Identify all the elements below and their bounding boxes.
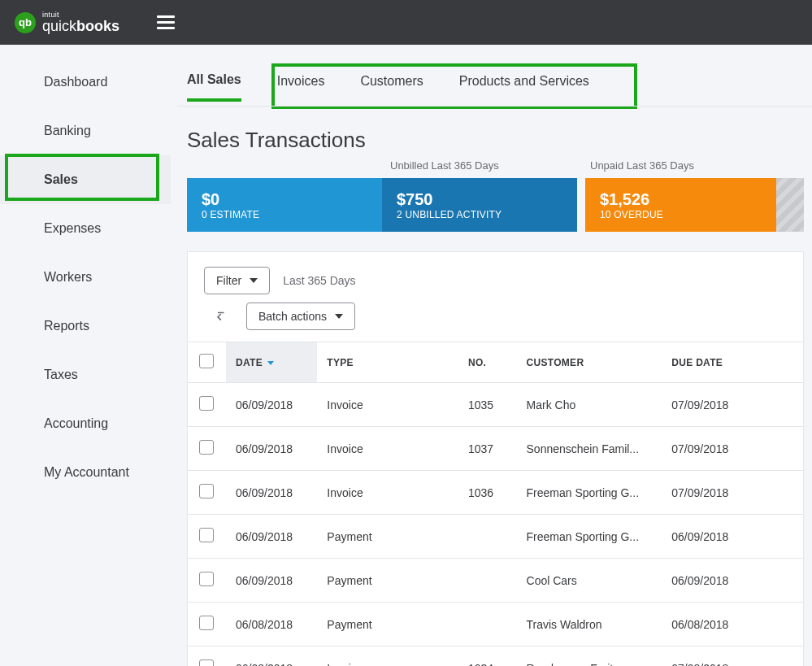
cell-type: Invoice	[317, 646, 458, 667]
status-unbilled-sub: 2 UNBILLED ACTIVITY	[397, 209, 562, 220]
brand-text: intuit quickbooks	[42, 11, 119, 33]
status-block-overdue[interactable]: $1,526 10 OVERDUE	[585, 178, 776, 232]
toolbar-secondary: Batch actions	[188, 299, 803, 342]
cell-type: Payment	[317, 515, 458, 559]
sidebar-item-dashboard[interactable]: Dashboard	[0, 58, 171, 107]
sidebar-item-workers[interactable]: Workers	[0, 253, 171, 302]
cell-customer: Travis Waldron	[517, 603, 662, 646]
cell-select	[188, 559, 226, 603]
sidebar-item-accounting[interactable]: Accounting	[0, 399, 171, 448]
table-row[interactable]: 06/09/2018PaymentCool Cars06/09/2018	[188, 559, 803, 603]
filter-button[interactable]: Filter	[204, 267, 270, 294]
cell-due-date: 07/08/2018	[662, 646, 803, 667]
chevron-down-icon	[335, 314, 343, 319]
page-title: Sales Transactions	[187, 128, 804, 153]
cell-no	[458, 603, 517, 646]
tab-customers[interactable]: Customers	[360, 66, 423, 100]
cell-type: Invoice	[317, 471, 458, 515]
table-row[interactable]: 06/09/2018PaymentFreeman Sporting G...06…	[188, 515, 803, 559]
cell-no: 1037	[458, 427, 517, 471]
table-row[interactable]: 06/09/2018Invoice1036Freeman Sporting G.…	[188, 471, 803, 515]
cell-due-date: 07/09/2018	[662, 471, 803, 515]
tab-products-services[interactable]: Products and Services	[459, 66, 589, 100]
status-unpaid-label: Unpaid Last 365 Days	[585, 159, 804, 172]
select-all-checkbox[interactable]	[199, 354, 214, 368]
chevron-down-icon	[250, 278, 258, 283]
row-checkbox[interactable]	[199, 616, 214, 630]
cell-customer: Freeman Sporting G...	[517, 515, 662, 559]
row-checkbox[interactable]	[199, 396, 214, 411]
transactions-panel: Filter Last 365 Days Batch actions	[187, 251, 804, 666]
row-checkbox[interactable]	[199, 440, 214, 455]
cell-select	[188, 427, 226, 471]
filter-range-label: Last 365 Days	[283, 274, 356, 287]
status-estimate-amount: $0	[202, 190, 367, 209]
col-header-date[interactable]: DATE	[226, 342, 317, 383]
col-header-due-date[interactable]: DUE DATE	[662, 342, 803, 383]
cell-type: Invoice	[317, 427, 458, 471]
sidebar-item-my-accountant[interactable]: My Accountant	[0, 448, 171, 497]
sidebar-item-expenses[interactable]: Expenses	[0, 204, 171, 253]
status-estimate-sub: 0 ESTIMATE	[202, 209, 367, 220]
row-checkbox[interactable]	[199, 528, 214, 542]
sidebar-item-banking[interactable]: Banking	[0, 107, 171, 155]
brand-name: quickbooks	[42, 19, 119, 33]
sidebar-item-reports[interactable]: Reports	[0, 302, 171, 350]
row-checkbox[interactable]	[199, 659, 214, 666]
cell-date: 06/09/2018	[226, 383, 317, 427]
col-header-date-label: DATE	[236, 357, 263, 368]
cell-date: 06/09/2018	[226, 427, 317, 471]
cell-type: Invoice	[317, 383, 458, 427]
cell-customer: Sonnenschein Famil...	[517, 427, 662, 471]
status-overdue-amount: $1,526	[600, 190, 762, 209]
sidebar-item-sales[interactable]: Sales	[0, 155, 171, 204]
row-checkbox[interactable]	[199, 484, 214, 498]
cell-select	[188, 471, 226, 515]
tab-invoices[interactable]: Invoices	[277, 66, 325, 100]
status-block-unbilled[interactable]: $750 2 UNBILLED ACTIVITY	[382, 178, 577, 232]
cell-due-date: 06/08/2018	[662, 603, 803, 646]
cell-due-date: 07/09/2018	[662, 427, 803, 471]
batch-actions-button[interactable]: Batch actions	[246, 303, 355, 330]
cell-type: Payment	[317, 559, 458, 603]
cell-no	[458, 559, 517, 603]
cell-due-date: 06/09/2018	[662, 515, 803, 559]
table-row[interactable]: 06/09/2018Invoice1035Mark Cho07/09/2018	[188, 383, 803, 427]
tab-all-sales[interactable]: All Sales	[187, 64, 241, 102]
sort-desc-icon	[267, 361, 274, 365]
row-checkbox[interactable]	[199, 572, 214, 586]
logo: qb intuit quickbooks	[15, 11, 119, 33]
status-summary: Unbilled Last 365 Days $0 0 ESTIMATE $75…	[187, 159, 804, 232]
cell-due-date: 06/09/2018	[662, 559, 803, 603]
cell-date: 06/08/2018	[226, 603, 317, 646]
status-unbilled-label: Unbilled Last 365 Days	[187, 159, 577, 172]
status-block-remainder[interactable]	[776, 178, 804, 232]
hamburger-menu-icon[interactable]	[157, 12, 175, 33]
cell-select	[188, 603, 226, 646]
status-overdue-sub: 10 OVERDUE	[600, 209, 762, 220]
cell-date: 06/08/2018	[226, 646, 317, 667]
brand-name-light: quick	[42, 18, 76, 34]
cell-date: 06/09/2018	[226, 515, 317, 559]
topbar: qb intuit quickbooks	[0, 0, 812, 45]
col-header-type[interactable]: TYPE	[317, 342, 458, 383]
reorder-icon[interactable]	[214, 307, 232, 325]
cell-type: Payment	[317, 603, 458, 646]
status-block-estimate[interactable]: $0 0 ESTIMATE	[187, 178, 382, 232]
brand-name-bold: books	[76, 18, 119, 34]
col-header-no[interactable]: NO.	[458, 342, 517, 383]
toolbar: Filter Last 365 Days	[188, 252, 803, 299]
cell-date: 06/09/2018	[226, 471, 317, 515]
table-row[interactable]: 06/08/2018Invoice1034Rondonuwu Fruit an.…	[188, 646, 803, 667]
sidebar: Dashboard Banking Sales Expenses Workers…	[0, 45, 171, 666]
cell-select	[188, 515, 226, 559]
cell-no: 1034	[458, 646, 517, 667]
batch-actions-label: Batch actions	[258, 310, 327, 323]
table-row[interactable]: 06/08/2018PaymentTravis Waldron06/08/201…	[188, 603, 803, 646]
table-row[interactable]: 06/09/2018Invoice1037Sonnenschein Famil.…	[188, 427, 803, 471]
sidebar-item-taxes[interactable]: Taxes	[0, 350, 171, 399]
col-header-select	[188, 342, 226, 383]
cell-no: 1036	[458, 471, 517, 515]
filter-button-label: Filter	[216, 274, 241, 287]
col-header-customer[interactable]: CUSTOMER	[517, 342, 662, 383]
